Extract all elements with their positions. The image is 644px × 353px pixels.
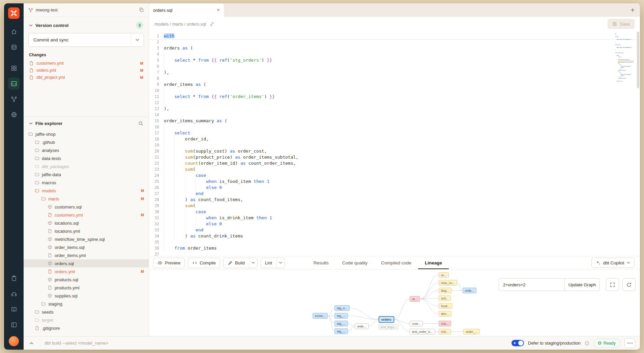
code-text[interactable]: case	[164, 209, 206, 215]
lineage-node[interactable]: food...	[439, 303, 452, 309]
lineage-node[interactable]: or...	[410, 296, 420, 302]
code-text[interactable]: select	[164, 130, 190, 136]
lineage-node[interactable]: drin...	[439, 311, 451, 317]
code-text[interactable]: select * from {{ ref('stg_orders') }}	[164, 57, 272, 63]
tree-item-data-tests[interactable]: data-tests	[24, 154, 149, 162]
lineage-node[interactable]: stg_o...	[334, 305, 350, 311]
chevron-up-icon[interactable]	[27, 339, 36, 348]
code-text[interactable]: sum(	[164, 166, 196, 172]
lineage-node[interactable]: stg_...	[334, 328, 348, 334]
lineage-node[interactable]: test_bigq...	[378, 324, 399, 330]
lineage-node[interactable]: stg_...	[334, 313, 348, 319]
lineage-node[interactable]: orde...	[463, 288, 476, 293]
tree-item-jaffle-data[interactable]: jaffle-data	[24, 170, 149, 179]
apps-grid-icon[interactable]	[8, 62, 20, 74]
code-text[interactable]	[164, 142, 185, 148]
scrollbar-thumb[interactable]	[637, 32, 639, 88]
code-text[interactable]: select * from {{ ref('order_items') }}	[164, 94, 275, 100]
tree-item-dbt-packages[interactable]: dbt_packages	[24, 162, 149, 170]
code-text[interactable]: orders as (	[164, 45, 193, 51]
chevron-down-icon[interactable]	[29, 24, 33, 27]
copy-icon[interactable]	[139, 7, 144, 12]
docs-book-icon[interactable]	[8, 303, 20, 315]
panel-layout-icon[interactable]	[8, 319, 20, 331]
lineage-panel[interactable]: ecom...stg_o...stg_...stg_...stg_...orde…	[149, 269, 640, 336]
code-text[interactable]: ),	[164, 106, 169, 112]
code-text[interactable]: case	[164, 172, 206, 179]
lineage-node[interactable]: ord...	[439, 295, 451, 301]
lineage-node[interactable]: ecom...	[313, 313, 328, 319]
dbt-logo-icon[interactable]	[8, 7, 20, 19]
code-text[interactable]: with	[164, 33, 174, 39]
code-text[interactable]: end	[164, 191, 203, 197]
lineage-node[interactable]: order_...	[463, 329, 480, 334]
code-text[interactable]	[164, 100, 174, 106]
change-item[interactable]: customers.ymlM	[24, 60, 149, 67]
code-text[interactable]: ),	[164, 69, 169, 75]
tree-item-seeds[interactable]: seeds	[24, 308, 149, 316]
lineage-node[interactable]: test_order_it...	[410, 329, 435, 334]
user-avatar[interactable]	[9, 336, 19, 346]
lineage-node[interactable]: cust...	[410, 321, 423, 326]
tree-item--github[interactable]: .github	[24, 138, 149, 146]
tab-lineage[interactable]: Lineage	[418, 256, 449, 269]
tree-item-jaffle-shop[interactable]: jaffle-shop	[24, 130, 149, 138]
code-text[interactable]: else 0	[164, 185, 222, 191]
tree-item-customers-sql[interactable]: customers.sql	[24, 203, 149, 211]
dbt-copilot-button[interactable]: dbt Copilot	[591, 258, 635, 268]
tab-results[interactable]: Results	[307, 256, 335, 269]
code-text[interactable]: order_items as (	[164, 82, 206, 88]
close-tab-icon[interactable]: ×	[217, 7, 220, 13]
home-icon[interactable]	[8, 26, 20, 38]
lineage-selector-input[interactable]	[499, 278, 565, 291]
code-text[interactable]: sum(product_price) as order_items_subtot…	[164, 154, 298, 160]
develop-ide-icon[interactable]	[8, 77, 20, 90]
editor-scrollbar[interactable]	[636, 31, 640, 256]
tree-item-orders-sql[interactable]: orders.sql	[24, 259, 149, 267]
tree-item-locations-sql[interactable]: locations.sql	[24, 219, 149, 227]
tree-item-orders-yml[interactable]: orders.ymlM	[24, 267, 149, 276]
lineage-node[interactable]: ord...	[439, 329, 451, 334]
more-options-button[interactable]	[624, 339, 635, 348]
refresh-button[interactable]	[622, 278, 636, 291]
change-item[interactable]: dbt_project.ymlM	[24, 74, 149, 81]
tree-item-models[interactable]: modelsM	[24, 187, 149, 195]
code-text[interactable]: sum(	[164, 203, 196, 209]
code-text[interactable]: sum(supply_cost) as order_cost,	[164, 148, 267, 154]
tree-item-metricflow-time-spine-sql[interactable]: metricflow_time_spine.sql	[24, 235, 149, 243]
link-icon[interactable]	[209, 22, 214, 27]
build-button[interactable]: Build	[223, 258, 258, 268]
code-text[interactable]: ) as count_food_items,	[164, 197, 243, 203]
lint-button[interactable]: Lint	[261, 258, 285, 268]
code-text[interactable]	[164, 124, 174, 130]
lineage-node[interactable]: stg_...	[334, 321, 348, 326]
code-text[interactable]: else 0	[164, 221, 222, 227]
fullscreen-button[interactable]	[606, 278, 619, 291]
deploy-branch-icon[interactable]	[8, 93, 20, 105]
code-text[interactable]	[164, 63, 174, 69]
lineage-node[interactable]: larg...	[439, 288, 451, 293]
lineage-node[interactable]: orde...	[355, 323, 369, 329]
tree-item-products-yml[interactable]: products.yml	[24, 284, 149, 292]
save-button[interactable]: Save	[608, 19, 635, 29]
code-text[interactable]: ) as count_drink_items	[164, 233, 243, 239]
environments-icon[interactable]	[8, 41, 20, 53]
status-badge[interactable]: Ready	[593, 339, 620, 348]
dropdown-chevron-icon[interactable]	[276, 258, 285, 268]
commit-options-chevron[interactable]	[131, 33, 144, 46]
update-graph-button[interactable]: Update Graph	[565, 278, 600, 291]
code-text[interactable]	[164, 239, 174, 245]
code-text[interactable]	[164, 51, 174, 57]
command-input[interactable]: dbt build --select <model_name>	[45, 341, 108, 346]
code-editor[interactable]: 1with23orders as (45select * from {{ ref…	[149, 31, 640, 256]
tree-item-products-sql[interactable]: products.sql	[24, 276, 149, 284]
code-text[interactable]: order_id,	[164, 136, 209, 142]
tree-item-marts[interactable]: martsM	[24, 195, 149, 203]
dropdown-chevron-icon[interactable]	[249, 258, 257, 268]
tree-item-customers-yml[interactable]: customers.ymlM	[24, 211, 149, 219]
compile-button[interactable]: Compile	[188, 258, 220, 268]
tree-item-macros[interactable]: macros	[24, 179, 149, 187]
code-text[interactable]: when is_drink_item then 1	[164, 215, 272, 221]
change-item[interactable]: orders.ymlM	[24, 67, 149, 74]
new-tab-button[interactable]: +	[631, 7, 635, 13]
